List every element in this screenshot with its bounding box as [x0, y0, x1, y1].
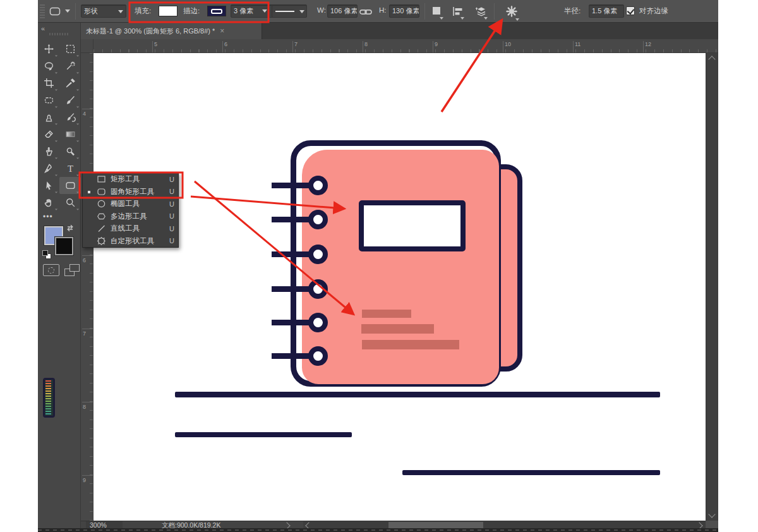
notebook-text-line	[362, 340, 459, 349]
path-alignment-icon[interactable]	[452, 5, 464, 18]
notebook-text-line	[362, 310, 411, 318]
ruler-row: 5 6 7 8 9 10 11 12	[81, 39, 718, 53]
notebook-text-line	[361, 324, 434, 334]
ruler-mark: 9	[435, 41, 438, 47]
healing-brush-tool[interactable]	[38, 92, 59, 109]
radius-input[interactable]: 1.5 像素	[589, 4, 624, 18]
edit-toolbar-ellipsis-button[interactable]: •••	[43, 212, 53, 221]
dodge-tool[interactable]	[59, 143, 81, 160]
ruler-mark: 7	[83, 330, 86, 337]
underline-left	[175, 432, 352, 437]
menu-item-polygon-tool[interactable]: 多边形工具 U	[83, 210, 178, 223]
marquee-tool[interactable]	[59, 40, 81, 57]
spiral-ring	[308, 313, 328, 332]
ruler-mark: 4	[83, 111, 86, 117]
smudge-tool[interactable]	[38, 143, 59, 160]
menu-item-rounded-rectangle-tool[interactable]: 圆角矩形工具 U	[83, 186, 178, 198]
eyedropper-tool[interactable]	[59, 75, 81, 92]
quick-mask-mode-button[interactable]	[43, 264, 59, 276]
background-color-swatch[interactable]	[55, 237, 73, 255]
ruler-corner[interactable]	[81, 39, 93, 53]
radius-label: 半径:	[564, 6, 581, 16]
history-brush-tool[interactable]	[59, 109, 81, 126]
clone-stamp-tool[interactable]	[38, 109, 59, 126]
notebook-title-label	[359, 200, 466, 251]
spiral-ring	[308, 210, 328, 229]
shape-tool-rounded-rectangle[interactable]	[59, 177, 81, 194]
path-operations-icon[interactable]	[431, 5, 443, 18]
menu-item-ellipse-tool[interactable]: 椭圆工具 U	[83, 198, 178, 210]
stroke-width-caret-icon[interactable]	[262, 9, 267, 13]
spiral-ring	[308, 346, 328, 366]
ruler-mark: 12	[645, 41, 651, 47]
color-meter-strip	[43, 378, 55, 418]
tool-preset-caret-icon[interactable]	[65, 9, 70, 13]
spiral-ring	[308, 245, 328, 264]
zoom-tool[interactable]	[59, 194, 81, 211]
current-tool-icon[interactable]	[49, 5, 61, 18]
align-edges-label: 对齐边缘	[639, 6, 668, 16]
photoshop-window: 形状 填充: 描边: 3 像素 W: 106 像素	[0, 0, 758, 532]
width-input[interactable]: 106 像素	[327, 4, 358, 18]
tool-mode-select[interactable]: 形状	[81, 4, 126, 18]
vertical-scrollbar[interactable]	[706, 53, 718, 521]
geometry-settings-gear-icon[interactable]	[505, 5, 518, 18]
radius-value: 1.5 像素	[592, 7, 617, 15]
document-tab[interactable]: 未标题-1 @ 300% (圆角矩形 6, RGB/8#) * ×	[81, 23, 262, 39]
menu-item-line-tool[interactable]: 直线工具 U	[83, 222, 178, 235]
gradient-tool[interactable]	[59, 126, 81, 143]
path-selection-tool[interactable]	[38, 177, 59, 194]
stroke-color-swatch[interactable]	[207, 6, 226, 16]
separator	[424, 3, 425, 20]
menu-item-custom-shape-tool[interactable]: 自定形状工具 U	[83, 235, 178, 248]
hand-tool[interactable]	[38, 194, 59, 211]
scroll-up-icon[interactable]	[708, 56, 715, 63]
polygon-icon	[97, 212, 106, 221]
link-dimensions-icon[interactable]	[359, 6, 372, 18]
path-arrangement-icon[interactable]	[475, 5, 488, 18]
separator	[494, 3, 495, 20]
app-window: 形状 填充: 描边: 3 像素 W: 106 像素	[38, 0, 718, 532]
stroke-width-field[interactable]: 3 像素	[231, 4, 276, 18]
scroll-down-icon[interactable]	[708, 511, 715, 517]
screen-mode-button[interactable]	[64, 264, 80, 276]
menu-item-rectangle-tool[interactable]: 矩形工具 U	[83, 173, 178, 186]
align-edges-checkbox[interactable]	[626, 6, 635, 15]
options-bar-grip[interactable]	[40, 4, 45, 18]
horizontal-ruler[interactable]: 5 6 7 8 9 10 11 12	[93, 39, 718, 53]
fill-color-swatch[interactable]	[159, 6, 177, 16]
move-tool[interactable]	[38, 40, 59, 57]
rectangle-icon	[97, 174, 106, 184]
active-tool-marker	[88, 191, 90, 193]
panel-grip[interactable]	[49, 33, 69, 35]
ruler-mark: 10	[505, 41, 511, 47]
height-label: H:	[379, 6, 387, 14]
tab-close-icon[interactable]: ×	[220, 27, 224, 35]
collapse-panel-button[interactable]: «	[41, 25, 44, 32]
ruler-mark: 5	[154, 41, 157, 47]
width-label: W:	[317, 6, 326, 14]
pen-tool[interactable]	[38, 160, 59, 177]
lasso-tool[interactable]	[38, 57, 59, 75]
rounded-rectangle-icon	[97, 187, 106, 196]
spiral-ring	[308, 279, 328, 299]
stroke-swatch-pill-icon	[211, 9, 222, 14]
stroke-style-line-icon	[275, 11, 294, 12]
document-area: 未标题-1 @ 300% (圆角矩形 6, RGB/8#) * × 5 6 7 …	[81, 23, 718, 532]
ruler-mark: 11	[575, 41, 581, 47]
fill-label: 填充:	[135, 6, 151, 16]
swap-colors-icon[interactable]	[66, 224, 75, 233]
vertical-ruler[interactable]: 4 5 6 7 8 9	[81, 53, 93, 521]
height-input[interactable]: 130 像素	[389, 4, 419, 18]
ruler-mark: 7	[294, 41, 298, 47]
svg-text:T: T	[67, 164, 73, 174]
type-tool[interactable]: T	[59, 160, 81, 177]
stroke-style-select[interactable]	[272, 4, 307, 18]
quick-selection-tool[interactable]	[59, 57, 81, 75]
eraser-tool[interactable]	[38, 126, 59, 143]
crop-tool[interactable]	[38, 75, 59, 92]
brush-tool[interactable]	[59, 92, 81, 109]
tool-mode-value: 形状	[84, 7, 98, 15]
canvas[interactable]	[93, 53, 706, 521]
default-colors-icon[interactable]	[42, 250, 51, 259]
